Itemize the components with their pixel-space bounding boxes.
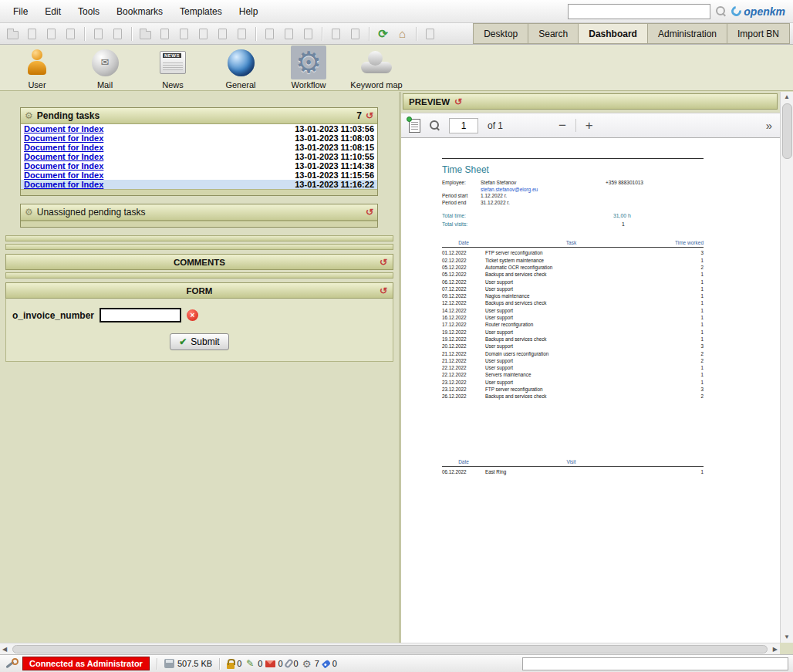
table-cell: Automatic OCR reconfiguration [485, 264, 657, 271]
checkout-icon[interactable] [174, 25, 194, 42]
tab-administration[interactable]: Administration [647, 23, 727, 44]
task-link[interactable]: Document for Index [24, 161, 103, 171]
print-icon[interactable] [61, 25, 80, 42]
pdf-viewer[interactable]: Time Sheet Employee: Stefan Stefanov +35… [401, 138, 780, 643]
scroll-left-icon[interactable]: ◀ [0, 646, 9, 653]
search-icon[interactable] [716, 6, 726, 16]
menu-item-file[interactable]: File [5, 3, 36, 20]
scrollbar-thumb[interactable] [782, 103, 792, 159]
collapsed-widget-bar[interactable] [5, 272, 393, 279]
start-workflow-icon[interactable] [299, 25, 318, 42]
statusbar-counter: 0 [245, 658, 262, 669]
table-row: 06.12.2022East Ring1 [442, 468, 704, 475]
remove-property-group-icon[interactable] [279, 25, 299, 42]
refresh-icon[interactable] [454, 97, 462, 106]
task-link[interactable]: Document for Index [24, 143, 103, 152]
task-row[interactable]: Document for Index13-01-2023 11:16:22 [21, 180, 377, 189]
dashboard-tab-mail[interactable]: Mail [77, 46, 133, 89]
pending-tasks-count: 7 [356, 110, 362, 121]
collapsed-widget-bar[interactable] [5, 235, 393, 241]
task-link[interactable]: Document for Index [24, 180, 103, 189]
task-row[interactable]: Document for Index13-01-2023 11:08:03 [21, 133, 377, 143]
menu-item-help[interactable]: Help [231, 3, 267, 20]
task-row[interactable]: Document for Index13-01-2023 11:15:56 [21, 171, 377, 180]
delete-icon[interactable] [232, 25, 251, 42]
dashboard-tab-keyword-map[interactable]: Keyword map [349, 46, 404, 89]
table-cell: 21.12.2022 [442, 350, 485, 357]
pdf-rule [442, 158, 704, 159]
pdf-title: Time Sheet [442, 164, 704, 175]
dashboard-tab-workflow[interactable]: Workflow [281, 46, 336, 89]
comments-section-header[interactable]: COMMENTS [5, 254, 393, 270]
dashboard-tab-news[interactable]: News [145, 46, 201, 89]
unlock-icon[interactable] [108, 25, 127, 42]
refresh-icon[interactable] [380, 286, 387, 295]
find-document-icon[interactable] [22, 25, 42, 42]
scroll-up-icon[interactable]: ▲ [784, 93, 790, 102]
menu-item-templates[interactable]: Templates [171, 3, 231, 20]
vertical-scrollbar[interactable]: ▲ ▼ [780, 92, 793, 643]
disk-icon [164, 659, 174, 668]
visits-table-header: DateVisit [442, 459, 704, 467]
tab-dashboard[interactable]: Dashboard [578, 23, 647, 44]
cancel-checkout-icon[interactable] [213, 25, 232, 42]
task-row[interactable]: Document for Index13-01-2023 11:03:56 [21, 124, 377, 133]
task-row[interactable]: Document for Index13-01-2023 11:10:55 [21, 152, 377, 161]
lock-icon[interactable] [89, 25, 108, 42]
menu-item-bookmarks[interactable]: Bookmarks [108, 3, 171, 20]
employee-email: stefan.stefanov@elorg.eu [481, 187, 538, 194]
create-folder-icon[interactable] [136, 25, 155, 42]
scrollbar-thumb[interactable] [12, 645, 768, 653]
checkin-icon[interactable] [194, 25, 213, 42]
menu-item-edit[interactable]: Edit [36, 3, 69, 20]
task-link[interactable]: Document for Index [24, 171, 103, 180]
refresh-icon[interactable] [380, 258, 387, 267]
download-icon[interactable] [42, 25, 61, 42]
employee-phone: +359 888301013 [606, 180, 643, 187]
invoice-number-input[interactable] [100, 308, 181, 322]
expand-preview-icon[interactable]: » [764, 119, 772, 132]
timesheet-table-body: 01.12.2022FTP server reconfiguration302.… [442, 248, 704, 400]
zoom-out-button[interactable]: − [555, 119, 569, 132]
home-icon[interactable] [393, 25, 412, 42]
task-row[interactable]: Document for Index13-01-2023 11:08:15 [21, 143, 377, 152]
add-document-icon[interactable] [155, 25, 174, 42]
sidebar-toggle-icon[interactable] [409, 119, 420, 133]
task-link[interactable]: Document for Index [24, 152, 103, 161]
refresh-icon[interactable] [373, 25, 393, 42]
submit-row: Submit [12, 333, 386, 350]
form-section-header[interactable]: FORM [5, 282, 393, 299]
scroll-down-icon[interactable]: ▼ [784, 633, 790, 642]
task-row[interactable]: Document for Index13-01-2023 11:14:38 [21, 161, 377, 171]
table-cell: User support [485, 329, 657, 336]
task-link[interactable]: Document for Index [24, 124, 103, 133]
tab-import-bn[interactable]: Import BN [727, 23, 790, 44]
clear-field-icon[interactable] [187, 309, 198, 321]
refresh-icon[interactable] [366, 208, 373, 217]
find-folder-icon[interactable] [3, 25, 22, 42]
horizontal-scrollbar[interactable]: ◀ ▶ [0, 643, 780, 654]
remove-subscription-icon[interactable] [346, 25, 365, 42]
tab-desktop[interactable]: Desktop [473, 23, 528, 44]
statusbar-counter: 0 [227, 659, 241, 669]
table-cell: 09.12.2022 [442, 292, 485, 299]
user-config-icon[interactable] [420, 25, 440, 42]
add-subscription-icon[interactable] [326, 25, 346, 42]
zoom-in-button[interactable]: + [582, 119, 596, 132]
menu-item-tools[interactable]: Tools [69, 3, 108, 20]
dashboard-tab-general[interactable]: General [213, 46, 268, 89]
table-row: 07.12.2022User support1 [442, 285, 704, 292]
collapsed-widget-bar[interactable] [5, 244, 393, 250]
task-link[interactable]: Document for Index [24, 133, 103, 143]
scroll-right-icon[interactable]: ▶ [771, 646, 780, 653]
refresh-icon[interactable] [366, 111, 373, 120]
add-property-group-icon[interactable] [260, 25, 279, 42]
statusbar-input[interactable] [522, 657, 788, 670]
quick-search-input[interactable] [568, 4, 710, 19]
tab-search[interactable]: Search [528, 23, 578, 44]
zoom-search-icon[interactable] [430, 120, 440, 130]
table-row: 22.12.2022User support1 [442, 364, 704, 371]
dashboard-tab-user[interactable]: User [9, 46, 65, 89]
submit-button[interactable]: Submit [170, 333, 228, 350]
page-number-input[interactable] [449, 118, 478, 133]
